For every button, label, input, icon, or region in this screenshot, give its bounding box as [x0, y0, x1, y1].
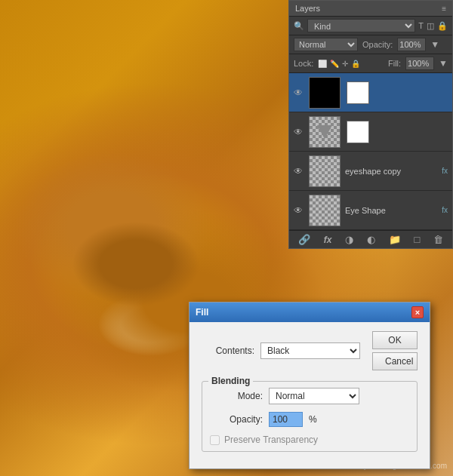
layers-mode-row: Normal Multiply Screen Opacity: ▼: [289, 35, 452, 54]
opacity-dialog-label: Opacity:: [210, 414, 263, 425]
layer-row[interactable]: 👁 Eye Shape fx: [289, 191, 452, 230]
eye-icon[interactable]: 👁: [294, 166, 304, 177]
type-icon: T: [418, 21, 424, 30]
adjustment-icon[interactable]: ◐: [367, 234, 375, 245]
layer-name: eyeshape copy: [345, 167, 437, 176]
fx-badge: fx: [442, 167, 448, 175]
group-icon[interactable]: 📁: [389, 234, 401, 245]
mode-row: Mode: Normal Multiply Screen Overlay Dis…: [210, 388, 409, 404]
ok-button[interactable]: OK: [372, 331, 418, 349]
layers-search-bar: 🔍 Kind T ◫ 🔒: [289, 17, 452, 35]
dialog-body: Contents: Black White Foreground Color B…: [190, 322, 430, 468]
contents-select[interactable]: Black White Foreground Color Background …: [260, 342, 360, 359]
fx-icon[interactable]: fx: [324, 235, 332, 245]
mode-label: Mode:: [210, 391, 263, 401]
lock-icons: ⬜ ✏️ ✛ 🔒: [318, 60, 384, 68]
filter-icon: ◫: [427, 21, 434, 31]
fill-arrow[interactable]: ▼: [439, 58, 448, 69]
layers-lock-row: Lock: ⬜ ✏️ ✛ 🔒 Fill: ▼: [289, 54, 452, 73]
panel-title: Layers: [295, 4, 320, 13]
blending-legend: Blending: [208, 376, 253, 386]
cancel-button[interactable]: Cancel: [372, 352, 418, 370]
fill-label: Fill:: [388, 59, 401, 68]
panel-header-controls: ≡: [442, 5, 446, 13]
layer-row[interactable]: 👁 eyeshape copy fx: [289, 152, 452, 191]
percent-label: %: [309, 414, 317, 425]
lock-label: Lock:: [294, 59, 313, 68]
lock-position-icon[interactable]: ✛: [342, 60, 348, 68]
layer-thumbnail-black: [309, 77, 341, 109]
layers-panel: Layers ≡ 🔍 Kind T ◫ 🔒 Normal Multiply Sc…: [288, 0, 453, 249]
lock-transparent-icon[interactable]: ⬜: [318, 60, 327, 68]
new-layer-icon[interactable]: □: [414, 234, 420, 245]
search-icon: 🔍: [294, 21, 304, 31]
blend-mode-select[interactable]: Normal Multiply Screen: [294, 38, 358, 51]
opacity-row: Opacity: %: [210, 412, 409, 427]
lock-image-icon[interactable]: ✏️: [330, 60, 339, 68]
opacity-input[interactable]: [397, 38, 426, 51]
panel-menu-icon[interactable]: ≡: [442, 5, 446, 13]
contents-label: Contents:: [202, 345, 254, 356]
layer-row[interactable]: 👁: [289, 73, 452, 112]
layer-mask-white2: [347, 121, 369, 143]
fill-dialog: Fill × Contents: Black White Foreground …: [189, 302, 430, 469]
eye-icon[interactable]: 👁: [294, 127, 304, 137]
contents-row: Contents: Black White Foreground Color B…: [202, 331, 418, 370]
eye-icon[interactable]: 👁: [294, 88, 304, 98]
panel-toolbar: 🔗 fx ◑ ◐ 📁 □ 🗑: [289, 230, 452, 248]
preserve-label: Preserve Transparency: [224, 435, 318, 445]
opacity-dialog-input[interactable]: [269, 412, 303, 427]
layer-name: Eye Shape: [345, 206, 437, 215]
layer-row[interactable]: 👁: [289, 112, 452, 152]
link-icon[interactable]: 🔗: [298, 234, 310, 245]
fx-badge2: fx: [442, 206, 448, 214]
smart-icon: 🔒: [437, 21, 448, 31]
layer-thumbnail-checker: [309, 116, 341, 148]
eye-icon[interactable]: 👁: [294, 205, 304, 216]
delete-icon[interactable]: 🗑: [433, 234, 443, 245]
fill-input[interactable]: [405, 57, 434, 70]
preserve-checkbox[interactable]: [210, 435, 220, 445]
kind-dropdown[interactable]: Kind: [307, 19, 415, 32]
mask-icon[interactable]: ◑: [345, 234, 353, 245]
layer-thumbnail-checker3: [309, 195, 341, 226]
dialog-titlebar: Fill ×: [190, 302, 430, 322]
dialog-title: Fill: [196, 307, 208, 318]
dialog-close-button[interactable]: ×: [411, 306, 424, 318]
lock-all-icon[interactable]: 🔒: [351, 60, 360, 68]
blending-group: Blending Mode: Normal Multiply Screen Ov…: [202, 381, 418, 452]
panel-header: Layers ≡: [289, 1, 452, 17]
opacity-arrow[interactable]: ▼: [430, 39, 439, 50]
mode-select[interactable]: Normal Multiply Screen Overlay Dissolve: [269, 388, 359, 404]
layer-thumbnail-checker2: [309, 155, 341, 187]
layer-mask-white: [347, 81, 369, 104]
opacity-label: Opacity:: [362, 40, 393, 49]
preserve-row: Preserve Transparency: [210, 435, 409, 445]
